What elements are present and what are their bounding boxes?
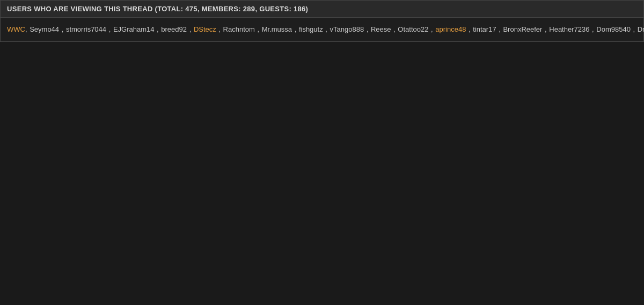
user-wwc[interactable]: WWC <box>7 25 25 33</box>
panel-header: USERS WHO ARE VIEWING THIS THREAD (TOTAL… <box>1 1 643 18</box>
user-dstecz[interactable]: DStecz <box>194 25 216 33</box>
user-aprince48[interactable]: aprince48 <box>435 25 466 33</box>
users-list: WWC, Seymo44 , stmorris7044 , EJGraham14… <box>1 18 643 41</box>
thread-viewers-panel: USERS WHO ARE VIEWING THIS THREAD (TOTAL… <box>0 0 644 42</box>
